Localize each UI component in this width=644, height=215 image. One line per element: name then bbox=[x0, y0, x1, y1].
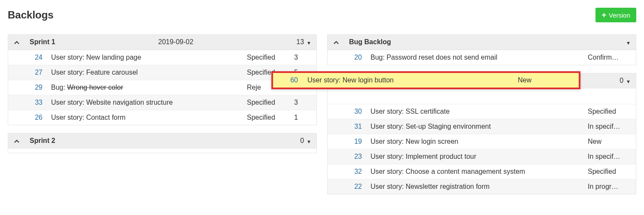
dragged-item[interactable]: 60 User story: New login button New bbox=[271, 71, 580, 89]
item-title: User story: Contact form bbox=[51, 114, 247, 121]
backlog-header-sprint-1[interactable]: Sprint 1 2019-09-02 13 ▼ bbox=[8, 35, 316, 50]
item-title: User story: Feature carousel bbox=[51, 69, 247, 76]
item-id-link[interactable]: 31 bbox=[332, 123, 371, 130]
item-id-link[interactable]: 22 bbox=[332, 183, 371, 191]
item-id-link[interactable]: 32 bbox=[332, 168, 371, 176]
table-row[interactable]: 29 Bug: Wrong hover color Reje bbox=[8, 80, 316, 95]
table-row[interactable]: 20 Bug: Password reset does not send ema… bbox=[328, 50, 636, 65]
table-row[interactable]: 22 User story: Newsletter registration f… bbox=[328, 179, 636, 194]
item-title: User story: New landing page bbox=[51, 54, 247, 61]
item-id-link[interactable]: 19 bbox=[332, 138, 371, 145]
add-version-button[interactable]: + Version bbox=[595, 8, 636, 22]
item-status: Confirm… bbox=[588, 54, 631, 61]
item-id-link[interactable]: 23 bbox=[332, 153, 371, 160]
item-id-link[interactable]: 27 bbox=[12, 69, 51, 76]
table-row[interactable]: 24 User story: New landing page Specifie… bbox=[8, 50, 316, 65]
table-row[interactable]: 31 User story: Set-up Staging environmen… bbox=[328, 119, 636, 134]
item-points: 3 bbox=[294, 54, 311, 61]
caret-down-icon[interactable]: ▼ bbox=[307, 40, 311, 45]
table-row[interactable]: 27 User story: Feature carousel Specifie… bbox=[8, 65, 316, 80]
item-id-link[interactable]: 24 bbox=[12, 54, 51, 61]
plus-icon: + bbox=[601, 11, 606, 19]
item-status: Specified bbox=[247, 114, 294, 121]
item-id-link[interactable]: 33 bbox=[12, 99, 51, 106]
backlog-header-sprint-2[interactable]: Sprint 2 0 ▼ bbox=[8, 133, 316, 148]
item-title: User story: Newsletter registration form bbox=[371, 183, 588, 191]
item-status: New bbox=[588, 138, 631, 145]
item-status: In specif… bbox=[588, 123, 631, 130]
item-status: In specif… bbox=[588, 153, 631, 160]
chevron-up-icon[interactable] bbox=[12, 39, 21, 45]
backlog-title: Bug Backlog bbox=[349, 38, 391, 46]
item-id-link[interactable]: 60 bbox=[277, 76, 307, 84]
item-title: User story: Choose a content management … bbox=[371, 168, 588, 176]
table-row[interactable]: 26 User story: Contact form Specified 1 bbox=[8, 110, 316, 125]
table-row[interactable]: 19 User story: New login screen New bbox=[328, 134, 636, 149]
item-points: 1 bbox=[294, 114, 311, 121]
item-title: User story: Implement product tour bbox=[371, 153, 588, 160]
backlog-bug: Bug Backlog ▼ 20 Bug: Password reset doe… bbox=[327, 34, 636, 65]
backlog-sprint-1: Sprint 1 2019-09-02 13 ▼ 24 User story: … bbox=[8, 34, 317, 125]
item-status: New bbox=[518, 76, 574, 84]
item-title: User story: SSL certificate bbox=[371, 108, 588, 115]
caret-down-icon[interactable]: ▼ bbox=[626, 40, 631, 45]
item-status: In progr… bbox=[588, 183, 631, 191]
backlog-points: 0 bbox=[300, 137, 304, 145]
item-title: User story: Website navigation structure bbox=[51, 99, 247, 106]
item-title: User story: Set-up Staging environment bbox=[371, 123, 588, 130]
item-status: Specified bbox=[588, 168, 631, 176]
item-id-link[interactable]: 20 bbox=[332, 54, 371, 61]
item-title: User story: New login screen bbox=[371, 138, 588, 145]
add-version-label: Version bbox=[609, 12, 630, 19]
table-row[interactable]: 32 User story: Choose a content manageme… bbox=[328, 164, 636, 179]
item-status: Specified bbox=[247, 99, 294, 106]
caret-down-icon[interactable]: ▼ bbox=[307, 139, 311, 144]
backlog-sprint-2: Sprint 2 0 ▼ bbox=[8, 133, 317, 153]
item-id-link[interactable]: 26 bbox=[12, 114, 51, 121]
table-row[interactable]: 33 User story: Website navigation struct… bbox=[8, 95, 316, 110]
caret-down-icon[interactable]: ▼ bbox=[626, 79, 631, 84]
chevron-up-icon[interactable] bbox=[12, 137, 21, 144]
table-row[interactable]: 30 User story: SSL certificate Specified bbox=[328, 104, 636, 119]
backlog-date: 2019-09-02 bbox=[55, 38, 297, 46]
table-row[interactable]: 23 User story: Implement product tour In… bbox=[328, 149, 636, 164]
item-status: Specified bbox=[247, 54, 294, 61]
item-title: Bug: Wrong hover color bbox=[51, 84, 247, 91]
item-id-link[interactable]: 29 bbox=[12, 84, 51, 91]
backlog-points: 13 bbox=[296, 38, 304, 46]
page-title: Backlogs bbox=[8, 9, 54, 21]
item-points: 3 bbox=[294, 99, 311, 106]
backlog-title: Sprint 2 bbox=[30, 137, 55, 145]
item-title: Bug: Password reset does not send email bbox=[371, 54, 588, 61]
backlog-title: Sprint 1 bbox=[30, 38, 55, 46]
backlog-points: 0 bbox=[620, 77, 623, 85]
item-title: User story: New login button bbox=[307, 76, 518, 84]
item-id-link[interactable]: 30 bbox=[332, 108, 371, 115]
backlog-product: 0 ▼ 30 User story: SSL certificate Speci… bbox=[327, 73, 636, 194]
item-status: Specified bbox=[588, 108, 631, 115]
backlog-header-bug[interactable]: Bug Backlog ▼ bbox=[328, 35, 636, 50]
chevron-up-icon[interactable] bbox=[332, 39, 340, 45]
